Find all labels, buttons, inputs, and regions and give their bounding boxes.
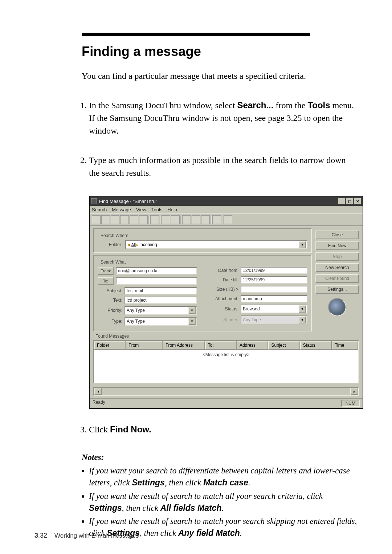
toolbar-btn-14[interactable] bbox=[224, 215, 232, 224]
step-1: In the Samsung DocuThru window, select S… bbox=[89, 99, 358, 137]
footer-text: Working with E-mail messages bbox=[54, 532, 139, 539]
size-label: Size (KB) > bbox=[208, 287, 238, 292]
search-where-group: Search Where Folder: ■ All ▸ Incoming ▼ bbox=[93, 228, 312, 253]
from-input[interactable] bbox=[116, 267, 197, 274]
attachment-input[interactable] bbox=[241, 295, 307, 302]
chevron-down-icon: ▼ bbox=[299, 305, 306, 313]
close-button[interactable]: Close bbox=[315, 231, 359, 239]
app-icon bbox=[91, 198, 97, 204]
folder-tree-icon: ▸ bbox=[136, 243, 139, 247]
settings-button[interactable]: Settings... bbox=[315, 285, 359, 294]
status-select[interactable]: Browsed▼ bbox=[241, 305, 307, 313]
results-table: Folder From From Address To: Address Sub… bbox=[93, 340, 359, 383]
toolbar-btn-3[interactable] bbox=[111, 215, 119, 224]
toolbar-btn-8[interactable] bbox=[162, 215, 170, 224]
step-1-text-c: from the bbox=[273, 101, 307, 110]
col-address[interactable]: Address bbox=[237, 341, 268, 350]
toolbar-btn-13[interactable] bbox=[212, 215, 221, 224]
note-2: If you want the result of search to matc… bbox=[89, 490, 358, 514]
toolbar-btn-1[interactable] bbox=[92, 215, 101, 224]
page-number: .32 bbox=[38, 532, 47, 539]
search-what-label: Search What bbox=[99, 260, 127, 265]
type-label: Type: bbox=[98, 319, 122, 324]
sender-label: Sender: bbox=[208, 317, 238, 322]
col-subject[interactable]: Subject bbox=[268, 341, 300, 350]
toolbar-sep-3 bbox=[180, 216, 181, 224]
date-till-label: Date till: bbox=[208, 277, 238, 282]
heading-rule bbox=[82, 33, 310, 36]
notes-title: Notes: bbox=[82, 453, 358, 462]
priority-select[interactable]: Any Type▼ bbox=[124, 306, 197, 315]
subject-input[interactable] bbox=[124, 287, 197, 294]
to-input[interactable] bbox=[116, 277, 197, 285]
toolbar-btn-5[interactable] bbox=[130, 215, 138, 224]
step-3-text-a: Click bbox=[89, 425, 110, 434]
status-bar: Ready NUM bbox=[90, 398, 363, 408]
toolbar bbox=[90, 213, 363, 226]
col-from[interactable]: From bbox=[126, 341, 163, 350]
status-ready: Ready bbox=[93, 400, 105, 407]
found-messages-label: Found Messages bbox=[95, 334, 312, 339]
menu-view[interactable]: View bbox=[136, 207, 146, 212]
text-label: Text: bbox=[98, 298, 122, 303]
find-now-button[interactable]: Find Now bbox=[315, 241, 359, 250]
size-input[interactable] bbox=[241, 286, 307, 293]
step-3-findnow: Find Now. bbox=[110, 424, 151, 434]
step-2: Type as much information as possible in … bbox=[89, 154, 358, 179]
toolbar-btn-7[interactable] bbox=[150, 215, 159, 224]
chevron-down-icon: ▼ bbox=[299, 316, 306, 323]
clear-found-button: Clear Found bbox=[315, 274, 359, 283]
date-till-input[interactable] bbox=[241, 276, 307, 284]
menu-tools[interactable]: Tools bbox=[151, 207, 162, 212]
text-input[interactable] bbox=[124, 297, 197, 304]
page-footer: 3.32 Working with E-mail messages bbox=[34, 532, 139, 539]
search-where-label: Search Where bbox=[99, 233, 130, 238]
menu-search[interactable]: Search bbox=[92, 207, 107, 212]
folder-all-text: All bbox=[131, 243, 136, 247]
to-button[interactable]: To: bbox=[98, 277, 114, 285]
step-1-search: Search... bbox=[237, 100, 273, 110]
toolbar-sep-5 bbox=[222, 216, 223, 224]
toolbar-sep-2 bbox=[160, 216, 161, 224]
horizontal-scrollbar[interactable]: ◂ ▸ bbox=[93, 387, 359, 396]
search-what-group: Search What From: To: Subject: Text: Pri… bbox=[93, 255, 312, 331]
toolbar-btn-10[interactable] bbox=[182, 215, 191, 224]
menu-help[interactable]: Help bbox=[167, 207, 177, 212]
status-num: NUM bbox=[341, 400, 360, 407]
subject-label: Subject: bbox=[98, 288, 122, 293]
menu-message[interactable]: Message bbox=[112, 207, 131, 212]
folder-combo[interactable]: ■ All ▸ Incoming ▼ bbox=[125, 240, 307, 249]
toolbar-sep-4 bbox=[211, 216, 212, 224]
toolbar-btn-2[interactable] bbox=[101, 215, 110, 224]
all-icon: ■ bbox=[128, 243, 131, 247]
col-to[interactable]: To: bbox=[205, 341, 237, 350]
minimize-button[interactable]: _ bbox=[338, 198, 345, 204]
from-button[interactable]: From: bbox=[98, 267, 114, 275]
date-from-input[interactable] bbox=[241, 267, 307, 274]
col-time[interactable]: Time bbox=[332, 341, 358, 350]
find-message-dialog: Find Message - "SmarThru" _ ▢ ✕ Search M… bbox=[89, 196, 363, 409]
step-1-tools: Tools bbox=[307, 100, 330, 110]
toolbar-btn-9[interactable] bbox=[171, 215, 180, 224]
sender-select: Any Type▼ bbox=[241, 315, 307, 324]
toolbar-btn-11[interactable] bbox=[192, 215, 200, 224]
col-status[interactable]: Status bbox=[300, 341, 332, 350]
toolbar-btn-12[interactable] bbox=[201, 215, 210, 224]
new-search-button[interactable]: New Search bbox=[315, 263, 359, 272]
scroll-left-icon[interactable]: ◂ bbox=[94, 388, 102, 395]
chevron-down-icon: ▼ bbox=[188, 318, 196, 325]
page-heading: Finding a message bbox=[82, 44, 358, 59]
col-from-address[interactable]: From Address bbox=[163, 341, 205, 350]
note-1: If you want your search to differentiate… bbox=[89, 465, 358, 489]
menu-bar: Search Message View Tools Help bbox=[90, 206, 363, 213]
close-window-button[interactable]: ✕ bbox=[354, 198, 361, 204]
folder-name: Incoming bbox=[139, 242, 157, 247]
type-select[interactable]: Any Type▼ bbox=[124, 317, 197, 326]
maximize-button[interactable]: ▢ bbox=[346, 198, 353, 204]
empty-message: <Message list is empty> bbox=[94, 350, 358, 383]
folder-dropdown-arrow[interactable]: ▼ bbox=[299, 241, 306, 248]
toolbar-btn-4[interactable] bbox=[120, 215, 129, 224]
toolbar-btn-6[interactable] bbox=[139, 215, 148, 224]
col-folder[interactable]: Folder bbox=[94, 341, 126, 350]
scroll-right-icon[interactable]: ▸ bbox=[350, 388, 358, 395]
